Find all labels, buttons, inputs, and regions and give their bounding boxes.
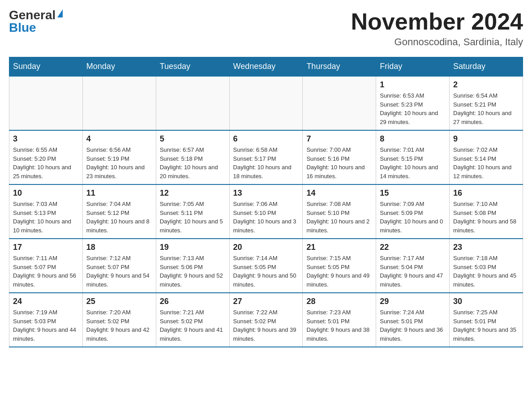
- calendar-cell: 10Sunrise: 7:03 AM Sunset: 5:13 PM Dayli…: [9, 184, 83, 239]
- calendar-cell: [9, 76, 83, 130]
- day-info: Sunrise: 7:25 AM Sunset: 5:01 PM Dayligh…: [453, 308, 519, 343]
- day-info: Sunrise: 7:15 AM Sunset: 5:05 PM Dayligh…: [306, 254, 372, 289]
- day-info: Sunrise: 6:56 AM Sunset: 5:19 PM Dayligh…: [86, 146, 152, 180]
- weekday-header-row: SundayMondayTuesdayWednesdayThursdayFrid…: [9, 57, 523, 77]
- day-number: 4: [86, 134, 152, 144]
- calendar-cell: [82, 76, 156, 130]
- week-row-1: 1Sunrise: 6:53 AM Sunset: 5:23 PM Daylig…: [9, 76, 523, 130]
- calendar-cell: 5Sunrise: 6:57 AM Sunset: 5:18 PM Daylig…: [156, 130, 229, 184]
- page-header: General Blue November 2024 Gonnoscodina,…: [9, 9, 523, 48]
- day-number: 20: [233, 243, 299, 252]
- calendar-cell: 24Sunrise: 7:19 AM Sunset: 5:03 PM Dayli…: [9, 293, 83, 347]
- day-info: Sunrise: 6:55 AM Sunset: 5:20 PM Dayligh…: [13, 146, 79, 180]
- day-number: 8: [380, 134, 446, 144]
- month-title: November 2024: [351, 9, 523, 34]
- day-info: Sunrise: 7:17 AM Sunset: 5:04 PM Dayligh…: [380, 254, 446, 289]
- day-info: Sunrise: 7:20 AM Sunset: 5:02 PM Dayligh…: [86, 308, 152, 343]
- calendar-cell: 15Sunrise: 7:09 AM Sunset: 5:09 PM Dayli…: [376, 184, 450, 239]
- week-row-4: 17Sunrise: 7:11 AM Sunset: 5:07 PM Dayli…: [9, 239, 523, 293]
- logo-blue-text: Blue: [9, 21, 36, 34]
- calendar-cell: 17Sunrise: 7:11 AM Sunset: 5:07 PM Dayli…: [9, 239, 83, 293]
- title-block: November 2024 Gonnoscodina, Sardinia, It…: [351, 9, 523, 48]
- calendar-cell: 30Sunrise: 7:25 AM Sunset: 5:01 PM Dayli…: [450, 293, 523, 347]
- calendar-cell: 12Sunrise: 7:05 AM Sunset: 5:11 PM Dayli…: [156, 184, 229, 239]
- calendar-cell: 26Sunrise: 7:21 AM Sunset: 5:02 PM Dayli…: [156, 293, 229, 347]
- day-info: Sunrise: 7:05 AM Sunset: 5:11 PM Dayligh…: [160, 200, 226, 235]
- calendar-cell: 21Sunrise: 7:15 AM Sunset: 5:05 PM Dayli…: [303, 239, 376, 293]
- logo: General Blue: [9, 9, 63, 34]
- day-number: 5: [160, 134, 226, 144]
- calendar-cell: 11Sunrise: 7:04 AM Sunset: 5:12 PM Dayli…: [82, 184, 156, 239]
- day-info: Sunrise: 6:53 AM Sunset: 5:23 PM Dayligh…: [380, 91, 446, 126]
- calendar-cell: 28Sunrise: 7:23 AM Sunset: 5:01 PM Dayli…: [303, 293, 376, 347]
- day-info: Sunrise: 7:18 AM Sunset: 5:03 PM Dayligh…: [453, 254, 519, 289]
- weekday-header-monday: Monday: [82, 57, 156, 77]
- calendar-cell: 6Sunrise: 6:58 AM Sunset: 5:17 PM Daylig…: [229, 130, 303, 184]
- calendar-cell: 29Sunrise: 7:24 AM Sunset: 5:01 PM Dayli…: [376, 293, 450, 347]
- day-number: 19: [160, 243, 226, 252]
- day-number: 24: [13, 297, 79, 306]
- day-number: 23: [453, 243, 519, 252]
- day-info: Sunrise: 7:00 AM Sunset: 5:16 PM Dayligh…: [306, 146, 372, 180]
- day-number: 18: [86, 243, 152, 252]
- logo-triangle-icon: [57, 9, 63, 17]
- calendar-cell: 8Sunrise: 7:01 AM Sunset: 5:15 PM Daylig…: [376, 130, 450, 184]
- calendar-cell: 14Sunrise: 7:08 AM Sunset: 5:10 PM Dayli…: [303, 184, 376, 239]
- calendar-cell: [303, 76, 376, 130]
- calendar-cell: 3Sunrise: 6:55 AM Sunset: 5:20 PM Daylig…: [9, 130, 83, 184]
- day-info: Sunrise: 7:21 AM Sunset: 5:02 PM Dayligh…: [160, 308, 226, 343]
- weekday-header-tuesday: Tuesday: [156, 57, 229, 77]
- calendar-cell: 9Sunrise: 7:02 AM Sunset: 5:14 PM Daylig…: [450, 130, 523, 184]
- calendar-cell: 4Sunrise: 6:56 AM Sunset: 5:19 PM Daylig…: [82, 130, 156, 184]
- calendar-cell: 23Sunrise: 7:18 AM Sunset: 5:03 PM Dayli…: [450, 239, 523, 293]
- day-number: 9: [453, 134, 519, 144]
- calendar-cell: 27Sunrise: 7:22 AM Sunset: 5:02 PM Dayli…: [229, 293, 303, 347]
- day-number: 7: [306, 134, 372, 144]
- day-info: Sunrise: 7:11 AM Sunset: 5:07 PM Dayligh…: [13, 254, 79, 289]
- day-number: 2: [453, 80, 519, 90]
- day-info: Sunrise: 6:57 AM Sunset: 5:18 PM Dayligh…: [160, 146, 226, 180]
- weekday-header-sunday: Sunday: [9, 57, 83, 77]
- day-number: 6: [233, 134, 299, 144]
- calendar-cell: 16Sunrise: 7:10 AM Sunset: 5:08 PM Dayli…: [450, 184, 523, 239]
- day-info: Sunrise: 7:13 AM Sunset: 5:06 PM Dayligh…: [160, 254, 226, 289]
- day-number: 26: [160, 297, 226, 306]
- week-row-5: 24Sunrise: 7:19 AM Sunset: 5:03 PM Dayli…: [9, 293, 523, 347]
- day-info: Sunrise: 7:02 AM Sunset: 5:14 PM Dayligh…: [453, 146, 519, 180]
- day-number: 21: [306, 243, 372, 252]
- day-info: Sunrise: 7:04 AM Sunset: 5:12 PM Dayligh…: [86, 200, 152, 235]
- day-info: Sunrise: 6:58 AM Sunset: 5:17 PM Dayligh…: [233, 146, 299, 180]
- day-number: 13: [233, 188, 299, 198]
- calendar-cell: 13Sunrise: 7:06 AM Sunset: 5:10 PM Dayli…: [229, 184, 303, 239]
- day-number: 11: [86, 188, 152, 198]
- calendar-cell: 1Sunrise: 6:53 AM Sunset: 5:23 PM Daylig…: [376, 76, 450, 130]
- calendar-cell: 25Sunrise: 7:20 AM Sunset: 5:02 PM Dayli…: [82, 293, 156, 347]
- day-number: 10: [13, 188, 79, 198]
- weekday-header-wednesday: Wednesday: [229, 57, 303, 77]
- day-number: 15: [380, 188, 446, 198]
- week-row-2: 3Sunrise: 6:55 AM Sunset: 5:20 PM Daylig…: [9, 130, 523, 184]
- day-info: Sunrise: 7:22 AM Sunset: 5:02 PM Dayligh…: [233, 308, 299, 343]
- day-number: 29: [380, 297, 446, 306]
- day-info: Sunrise: 7:08 AM Sunset: 5:10 PM Dayligh…: [306, 200, 372, 235]
- day-info: Sunrise: 6:54 AM Sunset: 5:21 PM Dayligh…: [453, 91, 519, 126]
- day-number: 25: [86, 297, 152, 306]
- day-number: 27: [233, 297, 299, 306]
- day-info: Sunrise: 7:09 AM Sunset: 5:09 PM Dayligh…: [380, 200, 446, 235]
- day-number: 28: [306, 297, 372, 306]
- calendar-cell: 18Sunrise: 7:12 AM Sunset: 5:07 PM Dayli…: [82, 239, 156, 293]
- calendar-cell: 19Sunrise: 7:13 AM Sunset: 5:06 PM Dayli…: [156, 239, 229, 293]
- day-number: 12: [160, 188, 226, 198]
- calendar-table: SundayMondayTuesdayWednesdayThursdayFrid…: [9, 57, 523, 347]
- day-number: 17: [13, 243, 79, 252]
- day-info: Sunrise: 7:01 AM Sunset: 5:15 PM Dayligh…: [380, 146, 446, 180]
- weekday-header-thursday: Thursday: [303, 57, 376, 77]
- day-info: Sunrise: 7:23 AM Sunset: 5:01 PM Dayligh…: [306, 308, 372, 343]
- day-number: 1: [380, 80, 446, 90]
- calendar-cell: 20Sunrise: 7:14 AM Sunset: 5:05 PM Dayli…: [229, 239, 303, 293]
- day-number: 3: [13, 134, 79, 144]
- day-number: 16: [453, 188, 519, 198]
- calendar-cell: 2Sunrise: 6:54 AM Sunset: 5:21 PM Daylig…: [450, 76, 523, 130]
- day-info: Sunrise: 7:24 AM Sunset: 5:01 PM Dayligh…: [380, 308, 446, 343]
- day-info: Sunrise: 7:03 AM Sunset: 5:13 PM Dayligh…: [13, 200, 79, 235]
